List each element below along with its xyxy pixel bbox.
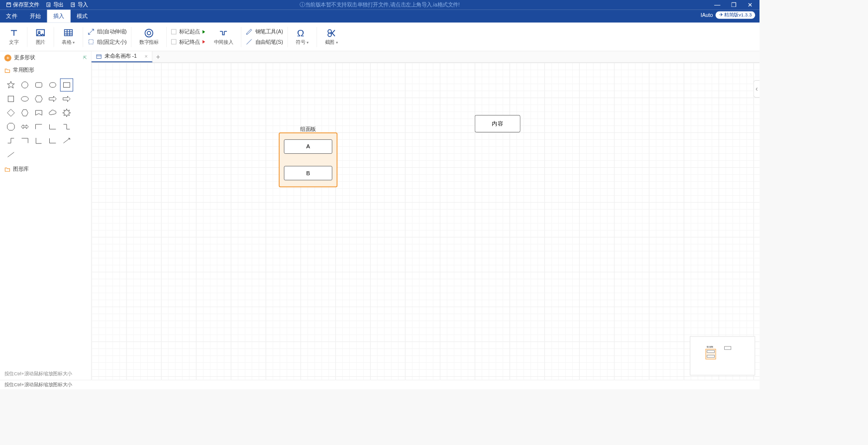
add-tab-button[interactable]: + <box>152 53 164 61</box>
save-to-file-button[interactable]: 保存至文件 <box>3 1 42 8</box>
sidebar-hint: 按住Ctrl+滚动鼠标缩放图标大小 <box>0 368 91 380</box>
status-text: 按住Ctrl+滚动鼠标缩放图标大小 <box>4 382 72 388</box>
svg-rect-1 <box>8 3 10 4</box>
canvas-icon <box>96 53 102 59</box>
shape-connector-1[interactable] <box>32 120 45 133</box>
shape-connector-4[interactable] <box>4 134 17 147</box>
document-tab[interactable]: 未命名画布 -1 × <box>92 51 153 62</box>
add-icon: + <box>4 54 11 61</box>
ribbon: 文字 图片 表格 组(自动伸缩) 组(固定大小) 数字指标 标记起点 标记终点 … <box>0 23 760 52</box>
brand-name: IAuto <box>701 12 713 18</box>
shape-pentagon[interactable] <box>32 107 45 119</box>
ribbon-image[interactable]: 图片 <box>29 28 52 46</box>
svg-rect-13 <box>35 83 42 88</box>
shape-arrow-line[interactable] <box>60 134 73 147</box>
shape-ellipse[interactable] <box>18 93 31 106</box>
shape-star[interactable] <box>4 79 17 92</box>
panel-box-b[interactable]: B <box>284 166 332 180</box>
ribbon-text[interactable]: 文字 <box>2 28 25 46</box>
shape-hexagon-2[interactable] <box>18 107 31 119</box>
shape-elbow[interactable] <box>32 134 45 147</box>
shape-octagon[interactable] <box>4 120 17 133</box>
shape-library-header[interactable]: 图形库 <box>0 163 91 175</box>
minimap-label: 组面板 <box>707 345 713 348</box>
svg-point-10 <box>328 30 331 33</box>
shape-double-arrow[interactable] <box>18 120 31 133</box>
folder-icon <box>4 166 10 172</box>
notice-text: ⓘ当前版本暂不支持双击单独打开文件,请点击左上角导入.ia格式文件! <box>0 1 760 8</box>
more-shapes-header[interactable]: + 更多形状 ⇱ <box>0 51 91 64</box>
version-badge: ✈ 精简版v1.3.3 <box>716 11 756 19</box>
shape-arrow-right[interactable] <box>46 93 59 106</box>
close-button[interactable]: ✕ <box>744 1 757 8</box>
content-box-shape[interactable]: 内容 <box>475 115 521 132</box>
ribbon-mid-insert[interactable]: 中间接入 <box>208 28 239 46</box>
shape-connector-6[interactable] <box>46 134 59 147</box>
ribbon-free-pencil[interactable]: 自由铅笔(S) <box>243 38 286 46</box>
shape-rectangle[interactable] <box>60 79 73 92</box>
folder-icon <box>4 67 10 73</box>
drawing-canvas[interactable]: 组面板 A B 内容 ‹ 组面板 <box>92 63 760 380</box>
shape-arrow-outline[interactable] <box>60 93 73 106</box>
ribbon-mark-start[interactable]: 标记起点 <box>169 28 208 36</box>
status-bar: 按住Ctrl+滚动鼠标缩放图标大小 <box>0 380 760 389</box>
svg-point-11 <box>328 33 331 37</box>
shape-cloud[interactable] <box>46 107 59 119</box>
pin-icon[interactable]: ⇱ <box>83 55 87 60</box>
canvas-area: 未命名画布 -1 × + 组面板 A B 内容 ‹ 组面板 <box>92 51 760 380</box>
group-panel-shape[interactable]: 组面板 A B <box>279 132 337 187</box>
ribbon-group-auto[interactable]: 组(自动伸缩) <box>85 28 129 36</box>
menu-file[interactable]: 文件 <box>0 9 23 22</box>
menu-mode[interactable]: 模式 <box>71 9 94 22</box>
svg-point-17 <box>21 97 28 102</box>
ribbon-pen-tool[interactable]: 钢笔工具(A) <box>243 28 286 36</box>
panel-box-a[interactable]: A <box>284 139 332 154</box>
shape-line[interactable] <box>4 148 17 161</box>
right-panel-expand[interactable]: ‹ <box>754 80 760 98</box>
shape-diamond[interactable] <box>4 107 17 119</box>
shape-round-rect-2[interactable] <box>46 79 59 92</box>
ribbon-screenshot[interactable]: 截图 <box>319 28 344 46</box>
svg-point-8 <box>145 29 153 37</box>
svg-rect-15 <box>63 83 70 88</box>
shape-sidebar: + 更多形状 ⇱ 常用图形 <box>0 51 92 380</box>
shape-palette <box>0 77 91 163</box>
shape-hexagon[interactable] <box>32 93 45 106</box>
svg-rect-16 <box>8 96 13 102</box>
import-button[interactable]: 导入 <box>68 1 91 8</box>
brand-area: IAuto ✈ 精简版v1.3.3 <box>701 11 755 19</box>
ribbon-symbol[interactable]: Ω 符号 <box>290 28 315 46</box>
minimize-button[interactable]: ― <box>711 1 724 8</box>
minimap[interactable]: 组面板 <box>690 336 755 376</box>
shape-connector-5[interactable] <box>18 134 31 147</box>
maximize-button[interactable]: ❐ <box>727 1 740 8</box>
svg-rect-0 <box>7 3 11 7</box>
ribbon-number-indicator[interactable]: 数字指标 <box>133 28 165 46</box>
shape-round-rect[interactable] <box>32 79 45 92</box>
shape-burst[interactable] <box>60 107 73 119</box>
menu-insert[interactable]: 插入 <box>47 9 71 22</box>
svg-rect-7 <box>89 40 94 44</box>
close-tab-button[interactable]: × <box>145 53 148 59</box>
ribbon-group-fixed[interactable]: 组(固定大小) <box>85 38 129 46</box>
svg-point-9 <box>147 31 151 35</box>
ribbon-mark-end[interactable]: 标记终点 <box>169 38 208 46</box>
menu-bar: 文件 开始 插入 模式 IAuto ✈ 精简版v1.3.3 <box>0 9 760 22</box>
svg-rect-14 <box>49 83 56 88</box>
shape-connector-3[interactable] <box>60 120 73 133</box>
svg-rect-18 <box>97 54 101 58</box>
export-button[interactable]: 导出 <box>44 1 67 8</box>
svg-rect-6 <box>65 30 73 36</box>
svg-point-12 <box>21 82 28 88</box>
shape-square[interactable] <box>4 93 17 106</box>
panel-title: 组面板 <box>280 125 337 133</box>
shape-circle[interactable] <box>18 79 31 92</box>
common-shapes-header[interactable]: 常用图形 <box>0 64 91 77</box>
ribbon-table[interactable]: 表格 <box>56 28 81 46</box>
menu-start[interactable]: 开始 <box>23 9 47 22</box>
shape-connector-2[interactable] <box>46 120 59 133</box>
document-tabbar: 未命名画布 -1 × + <box>92 51 760 63</box>
system-titlebar: 保存至文件 导出 导入 ⓘ当前版本暂不支持双击单独打开文件,请点击左上角导入.i… <box>0 0 760 9</box>
